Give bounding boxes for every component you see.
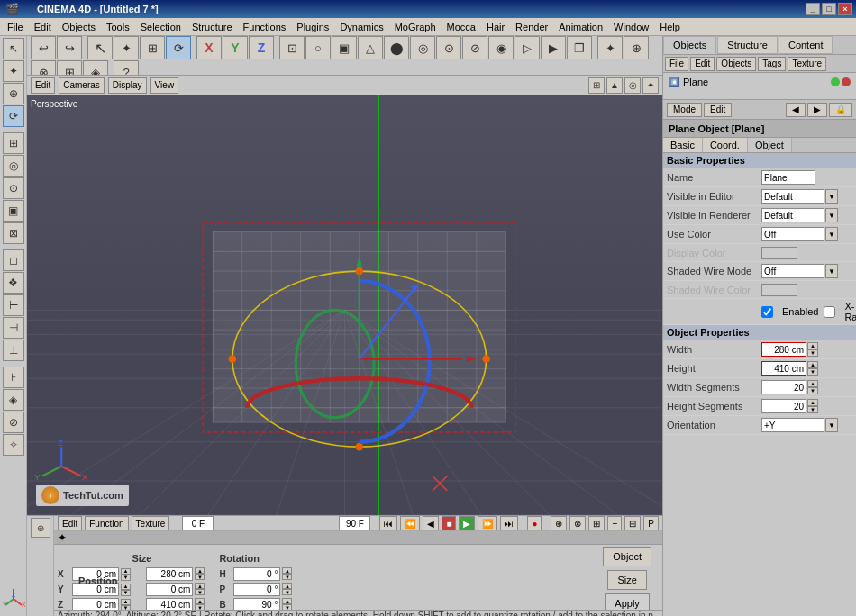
next-arrow-btn[interactable]: ▶ (807, 103, 827, 117)
tl-btn-5[interactable]: ⊟ (624, 516, 641, 530)
menu-plugins[interactable]: Plugins (291, 20, 334, 34)
prev-arrow-btn[interactable]: ◀ (786, 103, 806, 117)
tb-tube[interactable]: ⊙ (436, 36, 461, 59)
rot-h-spin[interactable]: ▲ ▼ (282, 567, 292, 580)
tb-light[interactable]: ✦ (597, 36, 623, 59)
vp-view-btn[interactable]: View (150, 77, 179, 94)
menu-dynamics[interactable]: Dynamics (334, 20, 388, 34)
size-z-spin[interactable]: ▲ ▼ (195, 598, 205, 611)
tool-4[interactable]: ▣ (3, 200, 24, 222)
pos-z-up[interactable]: ▲ (121, 599, 131, 605)
vp-icon-3[interactable]: ◎ (624, 77, 641, 94)
check-editor[interactable] (831, 77, 840, 86)
menu-file[interactable]: File (2, 20, 29, 34)
rot-p-dn[interactable]: ▼ (282, 589, 292, 595)
tl-edit-btn[interactable]: Edit (58, 516, 82, 530)
prop-tab-basic[interactable]: Basic (663, 138, 703, 152)
tab-objects[interactable]: Objects (663, 36, 716, 54)
menu-edit[interactable]: Edit (29, 20, 57, 34)
tl-btn-6[interactable]: P (643, 516, 659, 530)
prop-tab-object[interactable]: Object (748, 138, 792, 152)
check-renderer[interactable] (842, 77, 851, 86)
pos-y-up[interactable]: ▲ (121, 584, 131, 590)
tl-texture-btn[interactable]: Texture (132, 516, 170, 530)
tb-x-axis[interactable]: X (196, 36, 222, 59)
tool-7[interactable]: ❖ (3, 272, 24, 294)
vp-icon-2[interactable]: ▲ (606, 77, 623, 94)
tl-btn-1[interactable]: ⊕ (551, 516, 567, 530)
tb-undo[interactable]: ↩ (31, 36, 56, 59)
tb-help[interactable]: ? (114, 60, 139, 76)
lock-btn[interactable]: 🔒 (829, 103, 852, 117)
height-segs-spin[interactable]: ▲ ▼ (807, 399, 818, 413)
menu-mograph[interactable]: MoGraph (389, 20, 442, 34)
rot-h-dn[interactable]: ▼ (282, 574, 292, 580)
tool-8[interactable]: ⊢ (3, 294, 24, 316)
height-segs-dn[interactable]: ▼ (807, 406, 818, 413)
enabled-checkbox[interactable] (761, 306, 773, 318)
vp-icon-1[interactable]: ⊞ (588, 77, 605, 94)
tb-capsule[interactable]: ⊘ (462, 36, 487, 59)
tl-btn-4[interactable]: + (607, 516, 622, 530)
size-x-input[interactable] (146, 567, 193, 581)
tb-scale2[interactable]: ⊞ (140, 36, 165, 59)
pos-x-up[interactable]: ▲ (121, 568, 131, 575)
shaded-wire-color-swatch[interactable] (761, 284, 797, 296)
tl-next-frame[interactable]: ⏩ (478, 516, 497, 530)
pos-y-spin[interactable]: ▲ ▼ (121, 584, 131, 596)
tb-target[interactable]: ⊗ (31, 60, 56, 76)
rot-h-input[interactable] (233, 567, 280, 581)
display-color-swatch[interactable] (761, 247, 797, 259)
menu-window[interactable]: Window (608, 20, 654, 34)
width-spin-up[interactable]: ▲ (807, 342, 818, 349)
om-tags-btn[interactable]: Tags (758, 57, 786, 71)
tool-5[interactable]: ⊠ (3, 222, 24, 244)
rot-b-up[interactable]: ▲ (282, 598, 292, 604)
menu-functions[interactable]: Functions (238, 20, 292, 34)
current-frame[interactable]: 0 F (182, 516, 214, 530)
height-spin-up[interactable]: ▲ (807, 361, 818, 368)
tb-disc[interactable]: ◉ (488, 36, 514, 59)
rot-b-spin[interactable]: ▲ ▼ (282, 598, 292, 611)
tl-record[interactable]: ● (527, 516, 542, 530)
width-spin-dn[interactable]: ▼ (807, 349, 818, 357)
vp-cameras-btn[interactable]: Cameras (59, 77, 105, 94)
orientation-select[interactable]: +Y +X +Z (761, 418, 824, 432)
viewport[interactable]: Perspective (27, 95, 662, 515)
tl-func-btn[interactable]: Function (85, 516, 128, 530)
height-spin-dn[interactable]: ▼ (807, 368, 818, 376)
tb-redo[interactable]: ↪ (57, 36, 82, 59)
menu-tools[interactable]: Tools (101, 20, 135, 34)
tool-9[interactable]: ⊣ (3, 317, 24, 339)
tool-6[interactable]: ◻ (3, 249, 24, 271)
rot-h-up[interactable]: ▲ (282, 567, 292, 574)
vp-edit-btn[interactable]: Edit (31, 77, 55, 94)
tb-y-axis[interactable]: Y (223, 36, 248, 59)
vis-renderer-select[interactable]: Default On Off (761, 208, 824, 222)
tool-rotate[interactable]: ⟳ (3, 105, 24, 127)
tb-torus[interactable]: ◎ (410, 36, 435, 59)
tool-1[interactable]: ⊞ (3, 132, 24, 154)
tool-14[interactable]: ✧ (3, 434, 24, 456)
tb-plane2[interactable]: ▣ (332, 36, 357, 59)
tb-rotate2[interactable]: ⟳ (166, 36, 191, 59)
tl-btn-2[interactable]: ⊗ (569, 516, 586, 530)
prop-width-segs-input[interactable] (761, 380, 806, 394)
tab-content[interactable]: Content (779, 36, 833, 54)
menu-animation[interactable]: Animation (553, 20, 608, 34)
tool-12[interactable]: ◈ (3, 389, 24, 411)
size-z-up[interactable]: ▲ (195, 598, 205, 604)
vis-renderer-arrow[interactable]: ▼ (825, 208, 838, 222)
tb-select[interactable]: ↖ (87, 36, 113, 59)
shaded-wire-select[interactable]: Off On (761, 264, 824, 278)
tb-fig2[interactable]: ▶ (541, 36, 566, 59)
tab-structure[interactable]: Structure (717, 36, 778, 54)
size-y-dn[interactable]: ▼ (195, 589, 205, 595)
width-segs-spin[interactable]: ▲ ▼ (807, 380, 818, 394)
use-color-arrow[interactable]: ▼ (825, 227, 838, 241)
rot-p-input[interactable] (233, 583, 280, 596)
size-x-spin[interactable]: ▲ ▼ (195, 567, 205, 580)
orientation-arrow[interactable]: ▼ (825, 418, 838, 432)
menu-selection[interactable]: Selection (135, 20, 187, 34)
height-segs-up[interactable]: ▲ (807, 399, 818, 406)
